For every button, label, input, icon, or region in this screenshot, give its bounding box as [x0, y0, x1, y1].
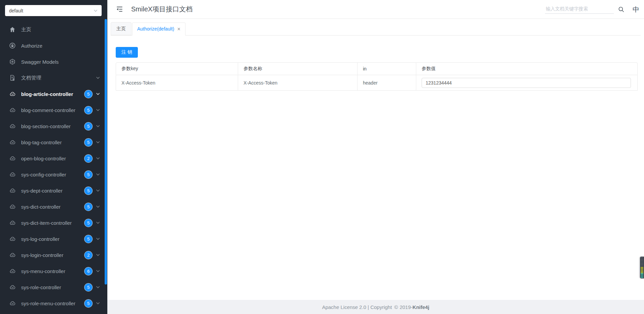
authorize-panel: 注 销 参数key 参数名称 in 参数值 X-Access-Token X-A…	[107, 36, 644, 91]
api-count-badge: 5	[85, 122, 92, 130]
api-cloud-icon	[9, 155, 16, 162]
language-toggle-icon[interactable]: 中	[633, 6, 639, 13]
api-cloud-icon	[9, 139, 16, 146]
sidebar-item-home[interactable]: 主页	[0, 21, 105, 38]
chevron-down-icon	[94, 9, 98, 12]
chevron-down-icon	[96, 270, 100, 272]
api-count-badge: 5	[85, 171, 92, 178]
chevron-down-icon	[96, 109, 100, 111]
search-icon[interactable]	[618, 6, 625, 13]
copyright-icon: ©	[394, 304, 398, 310]
sidebar-item-blog-section-controller[interactable]: blog-section-controller 5	[0, 118, 105, 134]
chevron-down-icon	[96, 189, 100, 192]
column-header-param-name: 参数名称	[238, 62, 358, 75]
striped-widget-yellow-section	[641, 267, 643, 273]
close-tab-icon[interactable]: ×	[177, 27, 180, 32]
table-row: X-Access-Token X-Access-Token header	[116, 75, 638, 91]
doc-group-select[interactable]: default	[5, 5, 102, 16]
chevron-down-icon	[96, 125, 100, 127]
chevron-down-icon	[96, 76, 100, 79]
chevron-down-icon	[96, 254, 100, 256]
sidebar-item-doc-manage[interactable]: 文档管理	[0, 70, 105, 86]
sidebar-item-label: Authorize	[21, 43, 100, 49]
sidebar-item-sys-role-menu-controller[interactable]: sys-role-menu-controller 5	[0, 295, 105, 311]
chevron-down-icon	[96, 141, 100, 144]
api-count-badge: 5	[85, 139, 92, 146]
doc-search-input[interactable]	[545, 5, 614, 13]
table-header-row: 参数key 参数名称 in 参数值	[116, 62, 638, 75]
home-icon	[9, 26, 16, 33]
api-count-badge: 5	[85, 90, 92, 98]
app-header: SmileX项目接口文档 中	[107, 0, 644, 19]
api-cloud-icon	[9, 219, 16, 226]
menu-fold-icon[interactable]	[116, 5, 124, 13]
sidebar-item-sys-menu-controller[interactable]: sys-menu-controller 6	[0, 263, 105, 279]
api-count-badge: 5	[85, 219, 92, 227]
chevron-down-icon	[96, 238, 100, 240]
chevron-down-icon	[96, 93, 100, 95]
api-cloud-icon	[9, 187, 16, 194]
tab-authorize[interactable]: Authorize(default) ×	[132, 22, 185, 36]
authorize-table: 参数key 参数名称 in 参数值 X-Access-Token X-Acces…	[116, 62, 638, 91]
sidebar-item-sys-login-controller[interactable]: sys-login-controller 2	[0, 247, 105, 263]
sidebar-item-blog-comment-controller[interactable]: blog-comment-controller 5	[0, 102, 105, 118]
api-cloud-icon	[9, 267, 16, 275]
token-value-input[interactable]	[422, 78, 631, 88]
sidebar-item-sys-dept-controller[interactable]: sys-dept-controller 5	[0, 182, 105, 199]
sidebar-scrollbar-thumb[interactable]	[105, 19, 107, 284]
api-cloud-icon	[9, 235, 16, 243]
api-count-badge: 2	[85, 155, 92, 162]
chevron-down-icon	[96, 286, 100, 289]
sidebar-item-sys-config-controller[interactable]: sys-config-controller 5	[0, 166, 105, 182]
cell-param-name: X-Access-Token	[238, 75, 358, 91]
lock-icon	[9, 42, 16, 49]
sidebar-item-label: 主页	[21, 27, 100, 33]
sidebar-item-sys-dict-controller[interactable]: sys-dict-controller 5	[0, 199, 105, 215]
doc-group-select-value: default	[9, 8, 23, 13]
chevron-down-icon	[96, 302, 100, 305]
tab-bar: 主页 Authorize(default) ×	[111, 22, 641, 36]
doc-search	[545, 5, 614, 14]
sidebar-menu: 主页 Authorize Swagger Models 文档管理	[0, 21, 105, 311]
chevron-down-icon	[96, 205, 100, 208]
cell-in: header	[358, 75, 416, 91]
api-count-badge: 5	[85, 235, 92, 243]
tab-home[interactable]: 主页	[111, 22, 131, 35]
column-header-param-value: 参数值	[416, 62, 638, 75]
cell-param-value	[416, 75, 638, 91]
api-count-badge: 5	[85, 187, 92, 195]
api-cloud-icon	[9, 122, 16, 130]
doc-manage-icon	[9, 74, 16, 82]
column-header-param-key: 参数key	[116, 62, 238, 75]
footer-brand: Knife4j	[413, 304, 429, 310]
sidebar-item-blog-article-controller[interactable]: blog-article-controller 5	[0, 86, 105, 102]
controller-list: blog-article-controller 5 blog-comment-c…	[0, 86, 105, 311]
logout-button[interactable]: 注 销	[116, 47, 138, 58]
api-count-badge: 5	[85, 283, 92, 291]
api-cloud-icon	[9, 203, 16, 210]
striped-widget-teal-section	[641, 273, 643, 278]
striped-edge-widget[interactable]	[639, 257, 644, 278]
sidebar-item-blog-tag-controller[interactable]: blog-tag-controller 5	[0, 134, 105, 150]
sidebar-item-sys-role-controller[interactable]: sys-role-controller 5	[0, 279, 105, 295]
models-icon	[9, 58, 16, 65]
api-count-badge: 2	[85, 251, 92, 259]
api-cloud-icon	[9, 171, 16, 178]
tab-label: 主页	[116, 22, 126, 35]
api-count-badge: 5	[85, 106, 92, 114]
sidebar-item-sys-dict-item-controller[interactable]: sys-dict-item-controller 5	[0, 215, 105, 231]
footer-license-text: Apache License 2.0 | Copyright	[322, 304, 392, 310]
main-area: SmileX项目接口文档 中 主页 Authorize(default) × 注…	[107, 0, 644, 314]
column-header-in: in	[358, 62, 416, 75]
footer: Apache License 2.0 | Copyright © 2019-Kn…	[107, 300, 644, 314]
sidebar-item-label: Swagger Models	[21, 59, 100, 65]
api-cloud-icon	[9, 106, 16, 114]
cell-param-key: X-Access-Token	[116, 75, 238, 91]
sidebar-item-swagger-models[interactable]: Swagger Models	[0, 54, 105, 70]
sidebar-item-sys-log-controller[interactable]: sys-log-controller 5	[0, 231, 105, 247]
sidebar-item-open-blog-controller[interactable]: open-blog-controller 2	[0, 150, 105, 166]
striped-widget-dark-section	[641, 258, 643, 267]
api-count-badge: 5	[85, 300, 92, 307]
sidebar-item-authorize[interactable]: Authorize	[0, 38, 105, 54]
api-cloud-icon	[9, 251, 16, 259]
